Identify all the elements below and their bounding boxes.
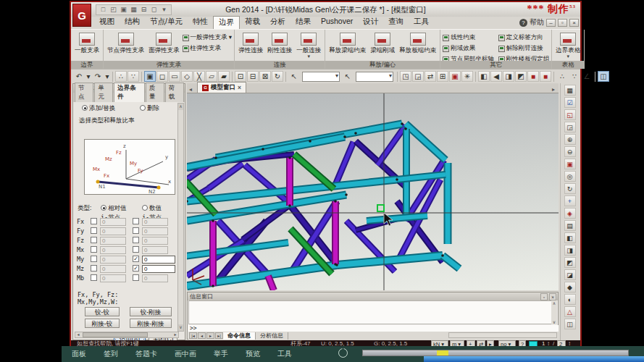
tree-tab-边界条件[interactable]: 边界条件 [114,83,144,102]
joint-node[interactable] [212,285,214,287]
menu-荷载[interactable]: 荷载 [240,16,265,30]
lecture-item-答题卡[interactable]: 答题卡 [135,349,157,359]
field-i-My[interactable]: 0 [100,256,126,264]
joint-node[interactable] [345,193,348,196]
lecture-item-工具[interactable]: 工具 [277,349,292,359]
message-tab-分析信息[interactable]: 分析信息 [256,332,288,340]
scroll-left-icon[interactable]: ◂ [75,332,81,337]
ribbon-item-一般支承[interactable]: 一般支承 [73,31,101,60]
joint-node[interactable] [214,156,217,159]
redo-dropdown-icon[interactable]: ▾ [104,71,110,82]
joint-node[interactable] [401,122,403,125]
preset-铰-刚接[interactable]: 铰-刚接 [130,307,172,316]
mode-radio-add[interactable]: 添加/替换 [82,104,115,113]
menu-设计[interactable]: 设计 [358,16,383,30]
model-tab-close-icon[interactable]: × [238,84,241,91]
scroll-down-icon[interactable]: ∨ [178,324,183,331]
field-i-Mz[interactable]: 0 [100,265,126,273]
checkbox-i-Mx[interactable] [91,246,97,253]
close-button[interactable]: × [569,19,579,27]
menu-查询[interactable]: 查询 [383,16,409,30]
pan-view-icon[interactable]: + [564,195,576,206]
ribbon-item-边界表格[interactable]: 边界表格▾ [554,31,582,60]
named-view-icon[interactable]: ▦ [564,85,576,96]
ribbon-item-刚性连接[interactable]: 刚性连接 [266,31,293,60]
field-j-Fy[interactable]: 0 [142,227,168,235]
rotate-view-icon[interactable]: ↻ [564,183,576,194]
joint-node[interactable] [396,178,398,181]
field-j-Fz[interactable]: 0 [142,237,168,245]
preset-刚接-刚接[interactable]: 刚接-刚接 [130,319,172,328]
select-recent-icon[interactable]: ↻ [272,71,283,82]
tree-tab-节点[interactable]: 节点 [75,83,93,102]
zoom-fit-icon[interactable]: ▣ [564,159,576,169]
field-i-Mx[interactable]: 0 [100,246,126,254]
checkbox-j-Mb[interactable] [133,274,139,281]
pointer-icon[interactable]: ↖ [288,71,300,82]
select-polygon-icon[interactable]: ◇ [181,71,193,82]
checkbox-j-Fy[interactable] [133,227,139,234]
tab-scroll-left-icon[interactable]: ◂ [187,86,194,93]
lecture-item-举手[interactable]: 举手 [214,349,228,359]
display-option-icon[interactable]: ◀ [490,71,502,82]
message-scrollbar[interactable]: ∧ ∨ [551,300,557,324]
lecture-item-签到[interactable]: 签到 [104,349,118,359]
checkbox-j-Fz[interactable] [133,237,139,243]
joint-node[interactable] [334,200,337,203]
field-j-Mx[interactable]: 0 [142,246,168,254]
group-combo[interactable] [302,72,340,82]
command-prompt[interactable]: >> [188,325,559,332]
node-display-icon[interactable]: ∴ [115,71,127,82]
ribbon-item-面弹性支承[interactable]: 面弹性支承 [147,31,181,60]
node-snap-icon[interactable]: ∴ [556,71,568,82]
progress-marker[interactable] [437,350,448,355]
tree-tab-质量[interactable]: 质量 [146,83,164,102]
select-all-icon[interactable]: ⊡ [235,71,246,82]
joint-node[interactable] [288,204,291,207]
beam-member[interactable] [209,164,243,188]
pick-icon[interactable]: ↖ [342,71,354,82]
activate-all-icon[interactable]: ⊞ [437,71,448,82]
window-new-icon[interactable]: ◫ [598,71,609,82]
zoom-fit-small-icon[interactable]: ▣ [449,71,461,82]
scroll-right-icon[interactable]: ▸ [172,332,178,337]
activate-icon[interactable]: ◳ [400,71,411,82]
ribbon-item-解除刚臂连接[interactable]: 解除刚臂连接 [498,44,550,53]
deactivate-icon[interactable]: ◲ [412,71,424,82]
scroll-down-icon[interactable]: ∨ [551,319,557,324]
beam-member[interactable] [406,124,446,160]
message-output-area[interactable] [188,300,553,324]
ribbon-item-节点弹性支承[interactable]: 节点弹性支承 [106,31,146,60]
message-horizontal-scrollbar[interactable] [448,332,557,338]
mode-radio-delete[interactable]: 删除 [140,104,159,113]
solid-red2-icon[interactable]: ■ [540,71,551,82]
joint-node[interactable] [404,127,407,130]
checkbox-i-My[interactable] [91,256,97,262]
menu-结构[interactable]: 结构 [120,16,145,30]
menu-视图[interactable]: 视图 [94,16,120,30]
iso-view-icon[interactable]: ◈ [564,208,576,219]
message-nav-◂[interactable]: ◂ [198,332,206,339]
type-radio-relative[interactable]: 相对值 [101,204,127,213]
checkbox-i-Fx[interactable] [91,218,97,224]
filter-combo[interactable] [356,72,393,82]
restore-button[interactable]: ▫ [558,19,567,27]
joint-node[interactable] [343,135,346,138]
zoom-out-icon[interactable]: ⊖ [564,146,576,157]
type-radio-value[interactable]: 数值 [142,204,162,213]
lecture-item-面板[interactable]: 面板 [72,349,86,359]
perspective-view-icon[interactable]: ◆ [564,282,576,292]
field-j-Fx[interactable]: 0 [142,218,168,226]
walk-view-icon[interactable]: △ [564,306,576,317]
menu-结果[interactable]: 结果 [290,16,316,30]
message-nav-▸|[interactable]: ▸| [215,332,223,339]
top-view-icon[interactable]: ▤ [564,220,576,231]
menu-工具[interactable]: 工具 [409,16,434,30]
select-identity-icon[interactable]: ▣ [144,71,156,82]
lecture-item-预览[interactable]: 预览 [246,349,260,359]
checkbox-j-Mz[interactable]: ✓ [133,265,139,272]
zoom-auto-icon[interactable]: ◎ [564,171,576,182]
hidden-icon[interactable]: ◨ [503,71,514,82]
message-nav-|◂[interactable]: |◂ [189,332,197,339]
tree-tab-荷载[interactable]: 荷载 [165,83,184,102]
